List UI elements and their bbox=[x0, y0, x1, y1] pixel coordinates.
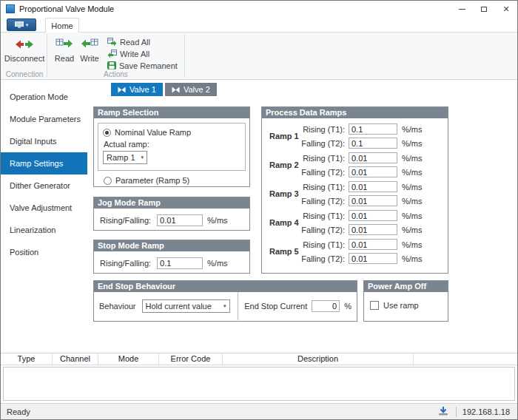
read-all-label: Read All bbox=[120, 38, 150, 47]
falling-label: Falling (T2): bbox=[299, 226, 345, 234]
ramp-2-name: Ramp 2 bbox=[263, 160, 299, 169]
sidebar-item-valve-adjustment[interactable]: Valve Adjustment bbox=[1, 197, 87, 219]
valve-icon bbox=[118, 87, 126, 93]
stop-rising-falling-input[interactable] bbox=[157, 257, 203, 269]
ramp-5-rising-input[interactable] bbox=[349, 239, 397, 250]
end-stop-current-input[interactable] bbox=[312, 300, 340, 312]
tab-home[interactable]: Home bbox=[45, 18, 79, 33]
save-remanent-label: Save Remanent bbox=[119, 61, 178, 70]
save-remanent-button[interactable]: Save Remanent bbox=[105, 60, 180, 71]
sidebar-item-operation-mode[interactable]: Operation Mode bbox=[1, 86, 87, 108]
sidebar-item-digital-inputs[interactable]: Digital Inputs bbox=[1, 130, 87, 152]
disconnect-button[interactable]: Disconnect bbox=[7, 35, 42, 63]
connection-group-label: Connection bbox=[2, 70, 47, 78]
falling-label: Falling (T2): bbox=[299, 197, 345, 206]
unit-label: %/ms bbox=[402, 125, 423, 134]
ramp-4-falling-input[interactable] bbox=[349, 224, 397, 235]
ribbon: Disconnect Connection Read bbox=[1, 32, 517, 80]
error-table: Type Channel Mode Error Code Description bbox=[1, 353, 517, 403]
jog-rising-falling-input[interactable] bbox=[157, 214, 203, 226]
chevron-down-icon: ▾ bbox=[221, 303, 229, 309]
end-stop-current-unit: % bbox=[344, 302, 352, 311]
ramp-2-falling-input[interactable] bbox=[349, 166, 397, 177]
stop-rising-falling-label: Rising/Falling: bbox=[100, 259, 151, 268]
ramp-3-block: Ramp 3 Rising (T1): %/ms Falling (T2): %… bbox=[263, 180, 443, 208]
minimize-button[interactable] bbox=[451, 1, 473, 17]
behaviour-dropdown[interactable]: Hold current value ▾ bbox=[142, 299, 230, 313]
ramp-3-falling-input[interactable] bbox=[349, 195, 397, 206]
sidebar-item-linearization[interactable]: Linearization bbox=[1, 219, 87, 241]
valve-icon bbox=[172, 87, 180, 93]
ramp-4-rising-input[interactable] bbox=[349, 210, 397, 221]
sidebar-item-module-parameters[interactable]: Module Parameters bbox=[1, 108, 87, 130]
status-text: Ready bbox=[1, 407, 30, 416]
network-connection-icon bbox=[437, 406, 450, 417]
unit-label: %/ms bbox=[402, 226, 423, 234]
application-menu-button[interactable]: ▾ bbox=[7, 18, 36, 31]
jog-unit-label: %/ms bbox=[207, 216, 228, 225]
app-icon bbox=[6, 4, 15, 13]
column-header-error-code: Error Code bbox=[159, 353, 223, 365]
read-button[interactable]: Read bbox=[52, 35, 77, 63]
write-button[interactable]: Write bbox=[77, 35, 102, 63]
ramp-3-rising-input[interactable] bbox=[349, 181, 397, 192]
error-table-header: Type Channel Mode Error Code Description bbox=[1, 353, 517, 365]
close-button[interactable]: ✕ bbox=[495, 1, 517, 17]
parameter-ramp-radio[interactable] bbox=[104, 177, 112, 185]
read-all-button[interactable]: Read All bbox=[105, 36, 180, 47]
read-icon bbox=[56, 36, 73, 52]
maximize-button[interactable] bbox=[473, 1, 495, 17]
falling-label: Falling (T2): bbox=[299, 168, 345, 177]
unit-label: %/ms bbox=[402, 240, 423, 249]
jog-mode-ramp-groupbox: Jog Mode Ramp Rising/Falling: %/ms bbox=[93, 197, 250, 231]
minimize-icon bbox=[459, 9, 465, 10]
nominal-value-ramp-radio[interactable] bbox=[103, 129, 111, 137]
actual-ramp-dropdown[interactable]: Ramp 1 ▾ bbox=[103, 151, 147, 164]
sidebar-item-ramp-settings[interactable]: Ramp Settings bbox=[1, 152, 87, 175]
end-stop-current-label: End Stop Current bbox=[244, 302, 307, 311]
chevron-down-icon: ▾ bbox=[26, 22, 29, 28]
app-window: Proportional Valve Module ✕ ▾ Home bbox=[0, 0, 518, 420]
write-all-icon bbox=[107, 50, 117, 58]
ramp-1-rising-input[interactable] bbox=[349, 123, 397, 135]
unit-label: %/ms bbox=[402, 254, 423, 263]
ramp-1-falling-input[interactable] bbox=[349, 138, 397, 149]
column-header-channel: Channel bbox=[53, 353, 98, 365]
power-amp-off-groupbox: Power Amp Off Use ramp bbox=[363, 280, 448, 322]
column-header-mode: Mode bbox=[98, 353, 159, 365]
power-amp-off-header: Power Amp Off bbox=[364, 281, 448, 292]
valve-tabs: Valve 1 Valve 2 bbox=[111, 83, 217, 96]
error-table-body[interactable] bbox=[3, 367, 515, 401]
write-all-button[interactable]: Write All bbox=[105, 48, 180, 59]
ramp-5-falling-input[interactable] bbox=[349, 253, 397, 264]
parameter-ramp-radio-row[interactable]: Parameter (Ramp 5) bbox=[104, 176, 249, 185]
ribbon-small-buttons: Read All Write All Sav bbox=[105, 35, 180, 71]
read-label: Read bbox=[55, 54, 74, 63]
rising-label: Rising (T1): bbox=[299, 125, 345, 134]
falling-label: Falling (T2): bbox=[299, 139, 345, 148]
disconnect-icon bbox=[15, 36, 34, 52]
maximize-icon bbox=[481, 7, 487, 12]
ribbon-group-connection: Disconnect Connection bbox=[2, 33, 47, 79]
sidebar-item-dither-generator[interactable]: Dither Generator bbox=[1, 175, 87, 197]
end-stop-behaviour-header: End Stop Behaviour bbox=[94, 281, 357, 292]
nominal-value-ramp-label: Nominal Value Ramp bbox=[115, 128, 191, 137]
tab-valve-1[interactable]: Valve 1 bbox=[111, 83, 163, 96]
ribbon-group-actions: Read Write bbox=[47, 33, 184, 79]
column-header-empty bbox=[414, 353, 517, 365]
use-ramp-checkbox-row[interactable]: Use ramp bbox=[364, 292, 448, 319]
process-data-ramps-header: Process Data Ramps bbox=[262, 107, 448, 118]
use-ramp-checkbox[interactable] bbox=[370, 301, 379, 310]
tab-valve-2[interactable]: Valve 2 bbox=[165, 83, 217, 96]
end-stop-divider bbox=[238, 292, 238, 320]
sidebar-item-position[interactable]: Position bbox=[1, 241, 87, 263]
ramp-2-rising-input[interactable] bbox=[349, 152, 397, 163]
behaviour-label: Behaviour bbox=[99, 302, 136, 311]
unit-label: %/ms bbox=[402, 139, 423, 148]
title-bar: Proportional Valve Module ✕ bbox=[1, 1, 517, 17]
unit-label: %/ms bbox=[402, 183, 423, 192]
nominal-value-ramp-radio-row[interactable]: Nominal Value Ramp bbox=[103, 128, 240, 137]
rising-label: Rising (T1): bbox=[299, 183, 345, 192]
write-label: Write bbox=[80, 54, 98, 63]
ramp-2-block: Ramp 2 Rising (T1): %/ms Falling (T2): %… bbox=[263, 151, 443, 179]
